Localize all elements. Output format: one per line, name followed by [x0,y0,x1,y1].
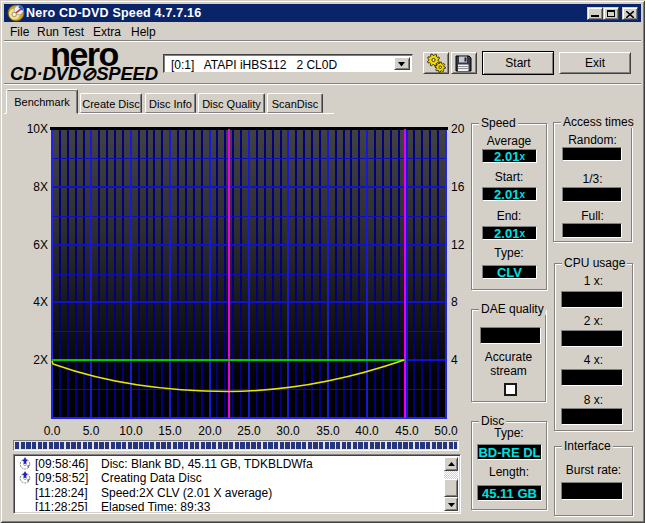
svg-text:10X: 10X [27,122,48,136]
svg-text:4: 4 [451,353,458,367]
svg-text:35.0: 35.0 [316,424,340,438]
svg-text:8X: 8X [33,180,48,194]
svg-text:15.0: 15.0 [158,424,182,438]
svg-text:20: 20 [451,122,465,136]
svg-text:50.0: 50.0 [434,424,458,438]
svg-text:25.0: 25.0 [237,424,261,438]
svg-text:5.0: 5.0 [83,424,100,438]
svg-text:16: 16 [451,180,465,194]
svg-text:10.0: 10.0 [119,424,143,438]
svg-text:20.0: 20.0 [198,424,222,438]
svg-text:8: 8 [451,295,458,309]
svg-text:2X: 2X [33,353,48,367]
svg-text:6X: 6X [33,238,48,252]
svg-text:30.0: 30.0 [276,424,300,438]
svg-text:40.0: 40.0 [355,424,379,438]
svg-text:12: 12 [451,238,465,252]
svg-text:45.0: 45.0 [395,424,419,438]
svg-text:0.0: 0.0 [44,424,61,438]
svg-text:4X: 4X [33,295,48,309]
